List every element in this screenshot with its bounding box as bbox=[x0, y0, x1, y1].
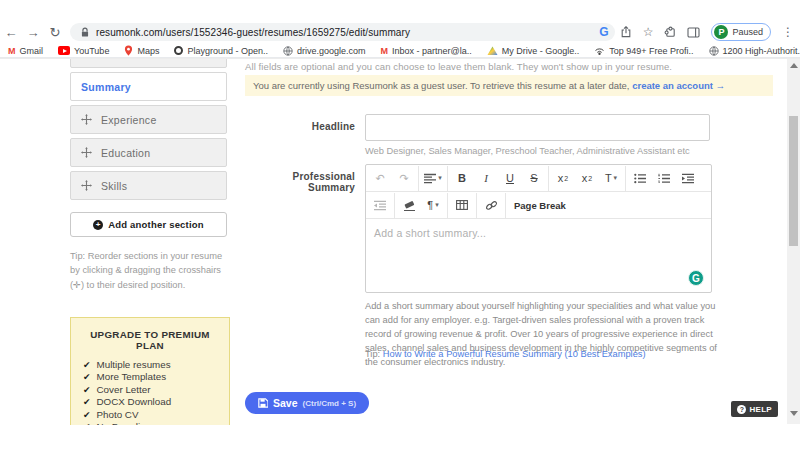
sidebar-item-experience[interactable]: Experience bbox=[70, 105, 227, 134]
summary-help-text: Add a short summary about yourself highl… bbox=[365, 300, 717, 370]
outdent-button[interactable] bbox=[368, 193, 392, 218]
create-account-link[interactable]: create an account → bbox=[632, 80, 725, 91]
bookmark-playground[interactable]: Playground - Open.. bbox=[174, 46, 268, 56]
grammarly-icon[interactable]: G bbox=[688, 270, 704, 286]
sidebar-item-summary[interactable]: Summary bbox=[70, 72, 227, 101]
sidebar-item-label: Education bbox=[101, 147, 150, 159]
help-label: HELP bbox=[749, 405, 772, 414]
editor-toolbar-row-2: ¶▾ Page Break bbox=[366, 192, 711, 219]
add-section-button[interactable]: + Add another section bbox=[70, 212, 227, 237]
share-icon[interactable] bbox=[620, 26, 632, 38]
scroll-up-icon[interactable] bbox=[790, 63, 798, 68]
extensions-puzzle-icon[interactable] bbox=[664, 26, 676, 38]
forward-icon[interactable]: → bbox=[22, 25, 44, 40]
indent-button[interactable] bbox=[676, 166, 700, 191]
move-crosshair-icon[interactable] bbox=[81, 180, 92, 191]
headline-hint-text: Web Designer, Sales Manager, Preschool T… bbox=[365, 146, 690, 156]
bookmark-maps[interactable]: Maps bbox=[124, 45, 159, 56]
reorder-tip-text: Tip: Reorder sections in your resume by … bbox=[70, 249, 232, 292]
superscript-button[interactable]: x2 bbox=[575, 166, 599, 191]
sync-status-text: Paused bbox=[732, 27, 763, 37]
premium-feature: ✔Cover Letter bbox=[83, 384, 217, 396]
bookmark-top949[interactable]: Top 949+ Free Profi.. bbox=[594, 46, 693, 56]
sidebar-item-education[interactable]: Education bbox=[70, 138, 227, 167]
bookmark-inbox[interactable]: MInbox - partner@la.. bbox=[381, 46, 472, 56]
paragraph-format-dropdown[interactable]: ¶▾ bbox=[421, 193, 445, 218]
headline-input[interactable] bbox=[365, 114, 710, 141]
scrollbar-thumb[interactable] bbox=[789, 116, 798, 246]
browser-toolbar: ← → ↻ resumonk.com/users/1552346-guest/r… bbox=[0, 20, 800, 44]
guest-notice-banner: You are currently using Resumonk as a gu… bbox=[245, 75, 773, 96]
toolbar-actions: G ☆ P Paused ⋮ bbox=[599, 20, 794, 44]
floppy-disk-icon bbox=[258, 398, 268, 408]
sidebar-item-label: Skills bbox=[101, 180, 127, 192]
bookmarks-bar: MGmail YouTube Maps Playground - Open.. … bbox=[0, 44, 800, 58]
back-icon[interactable]: ← bbox=[0, 25, 22, 40]
align-dropdown[interactable]: ▾ bbox=[421, 166, 445, 191]
openai-icon bbox=[174, 46, 183, 55]
add-section-label: Add another section bbox=[108, 219, 204, 230]
premium-feature: ✔More Templates bbox=[83, 371, 217, 383]
scroll-down-icon[interactable] bbox=[790, 411, 798, 416]
summary-editor-area[interactable]: Add a short summary... G bbox=[366, 219, 711, 292]
check-icon: ✔ bbox=[83, 371, 91, 383]
chevron-down-icon: ▾ bbox=[438, 174, 442, 182]
move-crosshair-icon[interactable] bbox=[81, 114, 92, 125]
page-scrollbar[interactable] bbox=[787, 59, 800, 424]
bookmark-drive-site[interactable]: drive.google.com bbox=[283, 46, 366, 56]
sidebar-item-label: Summary bbox=[81, 81, 131, 93]
bullet-list-button[interactable] bbox=[628, 166, 652, 191]
premium-feature: ✔DOCX Download bbox=[83, 396, 217, 408]
font-size-dropdown[interactable]: T▾ bbox=[599, 166, 623, 191]
bookmark-gmail[interactable]: MGmail bbox=[8, 46, 43, 56]
insert-table-icon[interactable] bbox=[450, 193, 474, 218]
sidebar-item-skills[interactable]: Skills bbox=[70, 171, 227, 200]
profile-button[interactable]: P Paused bbox=[711, 23, 771, 41]
bookmark-label: Top 949+ Free Profi.. bbox=[609, 46, 693, 56]
premium-feature: ✔Photo CV bbox=[83, 409, 217, 421]
premium-title: UPGRADE TO PREMIUM PLAN bbox=[83, 329, 217, 351]
redo-icon[interactable]: ↷ bbox=[392, 166, 416, 191]
sidebar-item-partial[interactable] bbox=[70, 58, 227, 68]
side-panel-icon[interactable] bbox=[687, 27, 700, 38]
premium-feature: ✔Multiple resumes bbox=[83, 359, 217, 371]
check-icon: ✔ bbox=[83, 384, 91, 396]
chevron-down-icon: ▾ bbox=[614, 174, 618, 182]
bookmark-label: My Drive - Google.. bbox=[502, 46, 580, 56]
youtube-icon bbox=[58, 46, 70, 55]
clear-formatting-eraser-icon[interactable] bbox=[397, 193, 421, 218]
lock-icon bbox=[80, 27, 90, 38]
bookmark-label: YouTube bbox=[74, 46, 109, 56]
page-break-button[interactable]: Page Break bbox=[508, 193, 572, 218]
chrome-menu-icon[interactable]: ⋮ bbox=[782, 25, 794, 39]
bookmark-youtube[interactable]: YouTube bbox=[58, 46, 109, 56]
globe-icon bbox=[709, 46, 719, 56]
google-icon[interactable]: G bbox=[599, 25, 608, 39]
bookmark-1200[interactable]: 1200 High-Authorit.. bbox=[709, 46, 800, 56]
headline-label: Headline bbox=[245, 121, 355, 132]
summary-tip-link[interactable]: How to Write a Powerful Resume Summary (… bbox=[383, 349, 646, 359]
underline-button[interactable]: U bbox=[498, 166, 522, 191]
bold-button[interactable]: B bbox=[450, 166, 474, 191]
save-button[interactable]: Save (Ctrl/Cmd + S) bbox=[245, 392, 369, 414]
insert-link-icon[interactable] bbox=[479, 193, 503, 218]
strikethrough-button[interactable]: S bbox=[522, 166, 546, 191]
reload-icon[interactable]: ↻ bbox=[44, 25, 66, 40]
check-icon: ✔ bbox=[83, 421, 91, 425]
address-bar[interactable]: resumonk.com/users/1552346-guest/resumes… bbox=[70, 23, 615, 41]
rich-text-editor: ↶ ↷ ▾ B I U S x2 x2 T▾ bbox=[365, 164, 712, 293]
numbered-list-button[interactable] bbox=[652, 166, 676, 191]
google-drive-icon bbox=[487, 46, 498, 56]
check-icon: ✔ bbox=[83, 409, 91, 421]
editor-placeholder: Add a short summary... bbox=[374, 227, 703, 239]
move-crosshair-icon[interactable] bbox=[81, 147, 92, 158]
bookmark-label: Gmail bbox=[20, 46, 44, 56]
save-shortcut: (Ctrl/Cmd + S) bbox=[303, 399, 357, 408]
subscript-button[interactable]: x2 bbox=[551, 166, 575, 191]
summary-tip-line: Tip: How to Write a Powerful Resume Summ… bbox=[365, 349, 646, 359]
bookmark-star-icon[interactable]: ☆ bbox=[643, 25, 654, 39]
undo-icon[interactable]: ↶ bbox=[368, 166, 392, 191]
italic-button[interactable]: I bbox=[474, 166, 498, 191]
bookmark-my-drive[interactable]: My Drive - Google.. bbox=[487, 46, 580, 56]
help-button[interactable]: ? HELP bbox=[731, 401, 778, 417]
